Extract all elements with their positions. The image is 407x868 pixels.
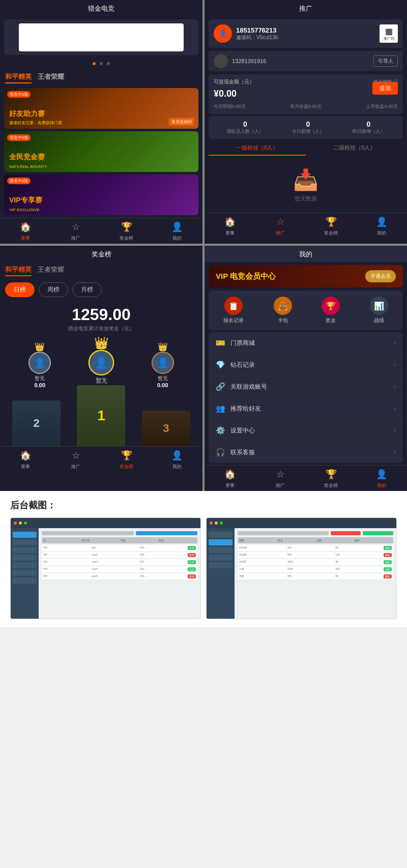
quick-record[interactable]: 📊 战绩: [370, 297, 388, 324]
s2-nav-mine[interactable]: 👤 我的: [357, 216, 408, 237]
s4-nav-mine[interactable]: 👤 我的: [357, 469, 408, 489]
prize-number: 1259.00: [0, 305, 202, 324]
guide-button[interactable]: 引导人: [373, 55, 398, 67]
menu-settings[interactable]: ⚙️ 设置中心 ›: [209, 420, 403, 442]
team-yesterday-stat: 0 昨日新增（人）: [353, 120, 385, 135]
s4-nav-events[interactable]: 🏠 赛事: [205, 469, 255, 489]
event-2[interactable]: 报名中0场 全民竞金赛 NATIONAL BOUNTY: [4, 131, 198, 172]
bs2-min-dot: [215, 522, 218, 525]
record-label: 战绩: [370, 317, 388, 324]
event-1-badge: 报名中0场: [7, 91, 31, 98]
s3-home-icon: 🏠: [0, 450, 51, 461]
bs2-th-2: 奖金: [278, 539, 315, 542]
player-1st-avatar: 👤: [89, 350, 114, 375]
bs2-tr-3: VIP赛 1000 30 编辑: [238, 559, 393, 565]
screen3-game-tabs: 和平精英 王者荣耀: [0, 262, 202, 278]
withdraw-button[interactable]: 提现: [372, 82, 398, 95]
team-yesterday-num: 0: [353, 120, 385, 128]
player-2nd: 👑 👤 暂无 0.00: [28, 342, 51, 388]
bs2-cell-3: [363, 531, 393, 535]
vip-activate-button[interactable]: 开通会员: [365, 270, 396, 282]
nav-leaderboard[interactable]: 🏆 奖金榜: [101, 221, 152, 242]
arrow-6: ›: [394, 449, 396, 456]
bs1-content: ID 用户名 手机 状态 001 test 138... 正常 002 user…: [11, 528, 200, 619]
quick-wallet[interactable]: 👜 卡包: [274, 297, 292, 324]
bs2-td-12: 200: [335, 567, 382, 571]
team-total-stat: 0 团队总人数（人）: [227, 120, 264, 135]
event-2-title: 全民竞金赛: [9, 153, 45, 162]
s3-tab-peaceful[interactable]: 和平精英: [5, 265, 32, 276]
balance-amount: ¥0.00: [214, 89, 237, 99]
quick-prize[interactable]: 🏆 奖金: [322, 297, 340, 324]
bs1-main: ID 用户名 手机 状态 001 test 138... 正常 002 user…: [39, 528, 200, 619]
bs1-td-9: 137...: [139, 560, 186, 564]
daily-btn[interactable]: 日榜: [5, 282, 35, 297]
registration-icon: 📋: [224, 297, 243, 315]
trophy-icon: 🏆: [101, 221, 152, 233]
menu-support[interactable]: 🎧 联系客服 ›: [209, 442, 403, 463]
screen2-navbar: 🏠 赛事 ☆ 推广 🏆 奖金榜 👤 我的: [205, 213, 407, 239]
monthly-btn[interactable]: 月榜: [72, 282, 102, 297]
s3-trophy-icon: 🏆: [101, 450, 152, 461]
event-1[interactable]: 报名中0场 好友助力赛 邀请好友注册，免费获得门票 首充送福利: [4, 88, 198, 129]
weekly-btn[interactable]: 周榜: [39, 282, 68, 297]
fans-tab-level2[interactable]: 二级粉丝（0人）: [306, 141, 403, 156]
s3-nav-promote[interactable]: ☆ 推广: [51, 450, 102, 470]
bs1-th-4: 状态: [159, 539, 196, 542]
backend-screenshot-1: ID 用户名 手机 状态 001 test 138... 正常 002 user…: [10, 517, 201, 619]
team-stats: 0 团队总人数（人） 0 今日新增（人） 0 昨日新增（人）: [209, 116, 403, 139]
tab-peaceful-elite[interactable]: 和平精英: [5, 72, 32, 83]
star-icon: ☆: [51, 221, 102, 233]
dot-1: [93, 62, 96, 65]
screen3-header: 奖金榜: [0, 246, 202, 262]
qr-code[interactable]: ▦ 推广码: [380, 24, 398, 43]
bs2-close-dot: [210, 522, 213, 525]
menu-diamond[interactable]: 💎 钻石记录 ›: [209, 354, 403, 376]
s4-nav-promote[interactable]: ☆ 推广: [255, 469, 306, 489]
bs2-table-header: 赛事 奖金 人数 操作: [238, 537, 393, 543]
home-icon: 🏠: [0, 221, 51, 233]
team-today-num: 0: [292, 120, 324, 128]
quick-registration[interactable]: 📋 报名记录: [223, 297, 244, 324]
bs2-td-3: 50: [335, 546, 382, 550]
s4-home-icon: 🏠: [205, 469, 255, 480]
event-3[interactable]: 报名中0场 VIP专享赛 VIP EXCLUSIVE: [4, 175, 198, 215]
s3-nav-events[interactable]: 🏠 赛事: [0, 450, 51, 470]
s4-star-icon: ☆: [255, 469, 306, 480]
menu-ticket-shop[interactable]: 🎫 门票商城 ›: [209, 332, 403, 354]
fans-tab-level1[interactable]: 一级粉丝（0人）: [209, 141, 306, 156]
bs1-cell-1: [42, 531, 134, 535]
banner-image: [19, 23, 184, 51]
menu-game-account[interactable]: 🔗 关联游戏账号 ›: [209, 376, 403, 398]
screen4-navbar: 🏠 赛事 ☆ 推广 🏆 奖金榜 👤 我的: [205, 465, 407, 491]
balance-header: 可提现金额（元） 佣金明细 ⓘ: [214, 78, 398, 85]
user-info: 18515776213 邀请码：V5cut136: [236, 26, 375, 41]
s3-nav-leaderboard[interactable]: 🏆 奖金榜: [101, 450, 152, 470]
support-label: 联系客服: [230, 448, 394, 457]
bs2-tr-4: 月赛 2000 200 编辑: [238, 566, 393, 572]
ticket-shop-label: 门票商城: [230, 339, 394, 348]
s3-tab-king[interactable]: 王者荣耀: [38, 265, 64, 276]
record-icon: 📊: [370, 297, 388, 315]
menu-recommend-friend[interactable]: 👥 推荐给好友 ›: [209, 398, 403, 420]
user-row: 👤 18515776213 邀请码：V5cut136 ▦ 推广码: [214, 24, 398, 43]
bs1-tr-5: 005 user5 135... 禁用: [42, 573, 197, 580]
player-avatars: 👑 👤 暂无 0.00 👑 👤 暂无 0.00 👑 👤 暂无: [4, 339, 198, 388]
game-tabs: 和平精英 王者荣耀: [0, 69, 202, 85]
bs2-tr-5: 周赛 300 80 删除: [238, 573, 393, 580]
s3-nav-mine[interactable]: 👤 我的: [152, 450, 203, 470]
tab-king-glory[interactable]: 王者荣耀: [38, 72, 64, 83]
nav-events[interactable]: 🏠 赛事: [0, 221, 51, 242]
nav-promote[interactable]: ☆ 推广: [51, 221, 102, 242]
bs2-header: [207, 518, 396, 528]
s2-nav-leaderboard[interactable]: 🏆 奖金榜: [306, 216, 357, 237]
s2-nav-promote[interactable]: ☆ 推广: [255, 216, 306, 237]
player-2nd-avatar: 👤: [28, 352, 51, 374]
player-3rd: 👑 👤 暂无 0.00: [152, 342, 174, 388]
s4-nav-leaderboard[interactable]: 🏆 奖金榜: [306, 469, 357, 489]
s4-trophy-icon: 🏆: [306, 469, 357, 480]
event-2-subtitle: NATIONAL BOUNTY: [9, 164, 47, 169]
s2-nav-events[interactable]: 🏠 赛事: [205, 216, 255, 237]
screen4-header: 我的: [205, 246, 407, 262]
nav-mine[interactable]: 👤 我的: [152, 221, 203, 242]
